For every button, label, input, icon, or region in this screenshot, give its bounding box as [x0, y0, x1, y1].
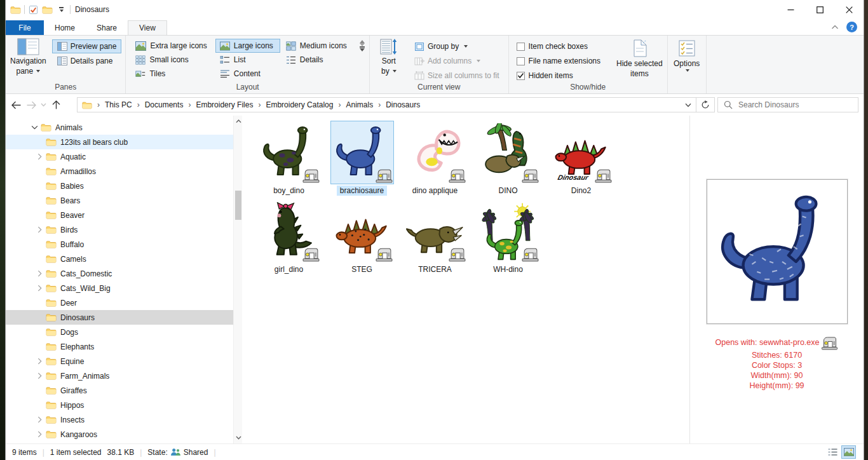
- file-item-tricera[interactable]: TRICERA: [398, 200, 471, 278]
- expand-chevron-icon[interactable]: [35, 285, 44, 292]
- minimize-button[interactable]: [776, 0, 805, 19]
- sidebar-item-123its-all-bears-club[interactable]: 123its all bears club: [6, 135, 233, 149]
- back-button[interactable]: [8, 97, 24, 112]
- file-item-brachiosaure[interactable]: brachiosaure: [325, 121, 398, 200]
- sidebar-item-beaver[interactable]: Beaver: [6, 208, 233, 222]
- check-file-icon[interactable]: [28, 5, 39, 15]
- sidebar-item-equine[interactable]: Equine: [6, 354, 233, 369]
- details-pane-button[interactable]: Details pane: [52, 54, 122, 68]
- expand-chevron-icon[interactable]: [35, 314, 44, 321]
- breadcrumb-segment-embroidery-files[interactable]: Embroidery Files: [193, 100, 255, 110]
- help-icon[interactable]: ?: [846, 22, 857, 32]
- sidebar-item-dinosaurs[interactable]: Dinosaurs: [6, 310, 233, 325]
- sidebar-item-camels[interactable]: Camels: [6, 252, 233, 266]
- expand-chevron-icon[interactable]: [35, 431, 44, 438]
- sidebar-item-armadillos[interactable]: Armadillos: [6, 164, 233, 179]
- layout-option-list[interactable]: List: [215, 53, 280, 67]
- file-thumbnail[interactable]: [477, 121, 540, 184]
- address-bar[interactable]: ›This PC›Documents›Embroidery Files›Embr…: [77, 97, 696, 112]
- sidebar-item-farm-animals[interactable]: Farm_Animals: [6, 369, 233, 383]
- search-box[interactable]: [717, 97, 858, 112]
- expand-chevron-icon[interactable]: [35, 358, 44, 365]
- checkbox-item-check-boxes[interactable]: Item check boxes: [513, 39, 604, 53]
- breadcrumb-separator[interactable]: ›: [255, 100, 263, 109]
- close-button[interactable]: [834, 0, 864, 19]
- expand-chevron-icon[interactable]: [35, 372, 44, 380]
- breadcrumb-segment-dinosaurs[interactable]: Dinosaurs: [383, 100, 423, 110]
- tab-home[interactable]: Home: [44, 20, 86, 35]
- scroll-down-icon[interactable]: [234, 433, 242, 442]
- sidebar-item-kangaroos[interactable]: Kangaroos: [6, 427, 233, 442]
- layout-option-extra-large-icons[interactable]: Extra large icons: [131, 39, 214, 53]
- maximize-button[interactable]: [805, 0, 834, 19]
- checkbox-icon[interactable]: [517, 72, 525, 80]
- file-item-dino2[interactable]: Dinosaur Dino2: [545, 121, 618, 200]
- customize-quick-access-chevron-icon[interactable]: [56, 5, 67, 15]
- refresh-button[interactable]: [696, 97, 715, 112]
- checkbox-file-name-extensions[interactable]: File name extensions: [513, 54, 604, 68]
- layout-more-icon[interactable]: [360, 46, 365, 51]
- checkbox-hidden-items[interactable]: Hidden items: [513, 69, 604, 83]
- breadcrumb-segment-embroidery-catalog[interactable]: Embroidery Catalog: [263, 100, 336, 110]
- file-thumbnail[interactable]: [330, 121, 394, 184]
- expand-chevron-icon[interactable]: [35, 255, 44, 263]
- breadcrumb-segment-documents[interactable]: Documents: [142, 100, 186, 110]
- up-button[interactable]: [48, 97, 64, 112]
- breadcrumb-separator[interactable]: ›: [376, 100, 383, 109]
- sidebar-item-birds[interactable]: Birds: [6, 222, 233, 237]
- breadcrumb-segment-animals[interactable]: Animals: [343, 100, 376, 110]
- layout-option-small-icons[interactable]: Small icons: [131, 53, 214, 67]
- options-button[interactable]: Options: [669, 37, 705, 72]
- expand-chevron-icon[interactable]: [30, 124, 39, 132]
- sidebar-item-hippos[interactable]: Hippos: [6, 398, 233, 412]
- breadcrumb-separator[interactable]: ›: [135, 100, 142, 109]
- expand-chevron-icon[interactable]: [35, 168, 44, 175]
- sidebar-item-giraffes[interactable]: Giraffes: [6, 383, 233, 398]
- sidebar-item-bears[interactable]: Bears: [6, 193, 233, 208]
- collapse-ribbon-chevron-icon[interactable]: [831, 25, 839, 30]
- expand-chevron-icon[interactable]: [35, 387, 44, 395]
- expand-chevron-icon[interactable]: [35, 226, 44, 234]
- expand-chevron-icon[interactable]: [35, 402, 44, 409]
- checkbox-icon[interactable]: [517, 57, 525, 65]
- search-input[interactable]: [738, 100, 852, 109]
- scroll-up-icon[interactable]: [234, 117, 242, 126]
- checkbox-icon[interactable]: [517, 43, 525, 51]
- file-item-girl-dino[interactable]: girl_dino: [252, 200, 325, 278]
- file-item-steg[interactable]: STEG: [325, 200, 398, 278]
- layout-option-tiles[interactable]: Tiles: [131, 67, 214, 81]
- forward-button[interactable]: [24, 97, 39, 112]
- expand-chevron-icon[interactable]: [35, 328, 44, 336]
- tab-view[interactable]: View: [128, 20, 167, 35]
- preview-pane-button[interactable]: Preview pane: [52, 39, 122, 53]
- file-thumbnail[interactable]: [257, 200, 321, 263]
- breadcrumb-separator[interactable]: ›: [336, 100, 343, 109]
- expand-chevron-icon[interactable]: [35, 182, 44, 190]
- file-thumbnail[interactable]: [257, 121, 321, 184]
- expand-chevron-icon[interactable]: [35, 299, 44, 307]
- navigation-pane-button[interactable]: Navigation pane: [7, 36, 50, 76]
- tab-share[interactable]: Share: [86, 20, 128, 35]
- layout-option-content[interactable]: Content: [215, 67, 280, 81]
- recent-locations-chevron-icon[interactable]: [39, 97, 48, 112]
- sort-by-button[interactable]: Sort by: [371, 36, 407, 76]
- file-item-boy-dino[interactable]: boy_dino: [252, 121, 325, 200]
- large-icons-view-toggle[interactable]: [841, 445, 856, 459]
- layout-option-large-icons[interactable]: Large icons: [215, 39, 280, 53]
- tab-file[interactable]: File: [6, 20, 44, 35]
- group-by-button[interactable]: Group by: [409, 39, 505, 53]
- sidebar-item-dogs[interactable]: Dogs: [6, 325, 233, 339]
- file-item-wh-dino[interactable]: WH-dino: [471, 200, 545, 278]
- sidebar-item-aquatic[interactable]: Aquatic: [6, 149, 233, 164]
- file-thumbnail[interactable]: [477, 200, 540, 263]
- file-thumbnail[interactable]: [403, 200, 467, 263]
- file-thumbnail[interactable]: [403, 121, 467, 184]
- hide-selected-items-button[interactable]: Hide selected items: [613, 37, 666, 79]
- add-columns-button[interactable]: Add columns: [409, 54, 505, 68]
- sidebar-item-cats-domestic[interactable]: Cats_Domestic: [6, 266, 233, 281]
- expand-chevron-icon[interactable]: [35, 212, 44, 219]
- sidebar-item-elephants[interactable]: Elephants: [6, 339, 233, 354]
- size-all-columns-to-fit-button[interactable]: Size all columns to fit: [409, 69, 505, 83]
- breadcrumb-separator[interactable]: ›: [95, 100, 102, 109]
- layout-option-details[interactable]: Details: [281, 53, 354, 67]
